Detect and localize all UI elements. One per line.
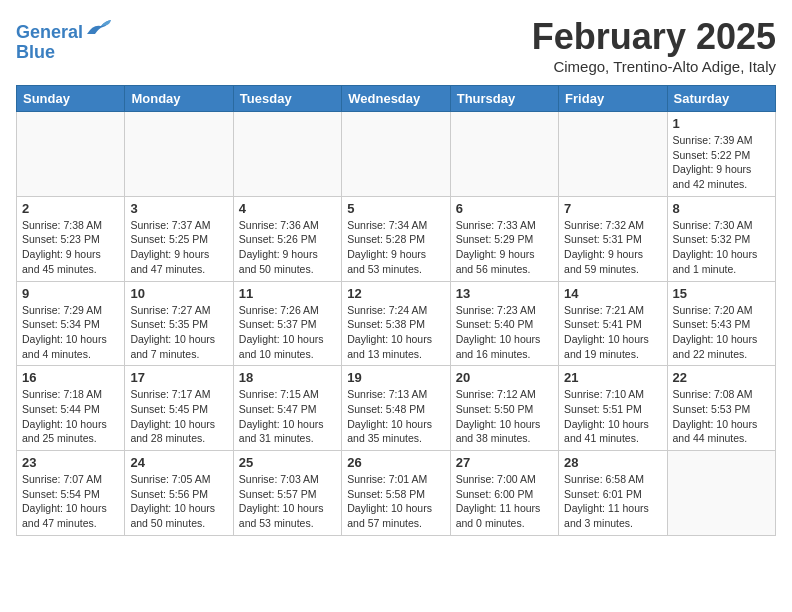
- calendar-cell: 5Sunrise: 7:34 AM Sunset: 5:28 PM Daylig…: [342, 196, 450, 281]
- day-number: 26: [347, 455, 444, 470]
- calendar-cell: 18Sunrise: 7:15 AM Sunset: 5:47 PM Dayli…: [233, 366, 341, 451]
- page-header: General Blue February 2025 Cimego, Trent…: [16, 16, 776, 75]
- calendar-cell: [450, 112, 558, 197]
- logo-line2: Blue: [16, 42, 55, 62]
- calendar-cell: 12Sunrise: 7:24 AM Sunset: 5:38 PM Dayli…: [342, 281, 450, 366]
- day-number: 21: [564, 370, 661, 385]
- day-number: 9: [22, 286, 119, 301]
- calendar-cell: 10Sunrise: 7:27 AM Sunset: 5:35 PM Dayli…: [125, 281, 233, 366]
- calendar-cell: [342, 112, 450, 197]
- calendar-header-wednesday: Wednesday: [342, 86, 450, 112]
- calendar-week-row: 2Sunrise: 7:38 AM Sunset: 5:23 PM Daylig…: [17, 196, 776, 281]
- calendar-cell: 16Sunrise: 7:18 AM Sunset: 5:44 PM Dayli…: [17, 366, 125, 451]
- calendar-cell: 3Sunrise: 7:37 AM Sunset: 5:25 PM Daylig…: [125, 196, 233, 281]
- day-number: 6: [456, 201, 553, 216]
- day-info: Sunrise: 7:32 AM Sunset: 5:31 PM Dayligh…: [564, 218, 661, 277]
- day-info: Sunrise: 7:15 AM Sunset: 5:47 PM Dayligh…: [239, 387, 336, 446]
- calendar-cell: [125, 112, 233, 197]
- day-number: 3: [130, 201, 227, 216]
- logo: General Blue: [16, 16, 113, 63]
- day-info: Sunrise: 7:07 AM Sunset: 5:54 PM Dayligh…: [22, 472, 119, 531]
- calendar-cell: 15Sunrise: 7:20 AM Sunset: 5:43 PM Dayli…: [667, 281, 775, 366]
- calendar-header-monday: Monday: [125, 86, 233, 112]
- calendar-cell: 27Sunrise: 7:00 AM Sunset: 6:00 PM Dayli…: [450, 451, 558, 536]
- day-number: 8: [673, 201, 770, 216]
- day-info: Sunrise: 7:00 AM Sunset: 6:00 PM Dayligh…: [456, 472, 553, 531]
- day-number: 28: [564, 455, 661, 470]
- day-info: Sunrise: 7:18 AM Sunset: 5:44 PM Dayligh…: [22, 387, 119, 446]
- day-number: 13: [456, 286, 553, 301]
- day-number: 7: [564, 201, 661, 216]
- day-info: Sunrise: 7:26 AM Sunset: 5:37 PM Dayligh…: [239, 303, 336, 362]
- logo-line1: General: [16, 22, 83, 42]
- day-number: 27: [456, 455, 553, 470]
- day-info: Sunrise: 7:38 AM Sunset: 5:23 PM Dayligh…: [22, 218, 119, 277]
- calendar-header-friday: Friday: [559, 86, 667, 112]
- calendar-header-saturday: Saturday: [667, 86, 775, 112]
- logo-bird-icon: [85, 16, 113, 38]
- day-info: Sunrise: 7:20 AM Sunset: 5:43 PM Dayligh…: [673, 303, 770, 362]
- calendar-cell: 19Sunrise: 7:13 AM Sunset: 5:48 PM Dayli…: [342, 366, 450, 451]
- calendar-week-row: 1Sunrise: 7:39 AM Sunset: 5:22 PM Daylig…: [17, 112, 776, 197]
- day-info: Sunrise: 7:24 AM Sunset: 5:38 PM Dayligh…: [347, 303, 444, 362]
- day-info: Sunrise: 7:30 AM Sunset: 5:32 PM Dayligh…: [673, 218, 770, 277]
- day-number: 1: [673, 116, 770, 131]
- day-info: Sunrise: 7:12 AM Sunset: 5:50 PM Dayligh…: [456, 387, 553, 446]
- day-info: Sunrise: 7:21 AM Sunset: 5:41 PM Dayligh…: [564, 303, 661, 362]
- day-info: Sunrise: 7:13 AM Sunset: 5:48 PM Dayligh…: [347, 387, 444, 446]
- day-number: 17: [130, 370, 227, 385]
- calendar-week-row: 9Sunrise: 7:29 AM Sunset: 5:34 PM Daylig…: [17, 281, 776, 366]
- calendar-cell: 9Sunrise: 7:29 AM Sunset: 5:34 PM Daylig…: [17, 281, 125, 366]
- day-number: 10: [130, 286, 227, 301]
- calendar-cell: 6Sunrise: 7:33 AM Sunset: 5:29 PM Daylig…: [450, 196, 558, 281]
- day-number: 22: [673, 370, 770, 385]
- calendar-cell: 8Sunrise: 7:30 AM Sunset: 5:32 PM Daylig…: [667, 196, 775, 281]
- title-block: February 2025 Cimego, Trentino-Alto Adig…: [532, 16, 776, 75]
- calendar-header-row: SundayMondayTuesdayWednesdayThursdayFrid…: [17, 86, 776, 112]
- day-number: 4: [239, 201, 336, 216]
- day-number: 2: [22, 201, 119, 216]
- day-number: 12: [347, 286, 444, 301]
- calendar-cell: 11Sunrise: 7:26 AM Sunset: 5:37 PM Dayli…: [233, 281, 341, 366]
- day-number: 5: [347, 201, 444, 216]
- calendar-week-row: 16Sunrise: 7:18 AM Sunset: 5:44 PM Dayli…: [17, 366, 776, 451]
- day-number: 20: [456, 370, 553, 385]
- day-info: Sunrise: 7:23 AM Sunset: 5:40 PM Dayligh…: [456, 303, 553, 362]
- calendar-cell: 14Sunrise: 7:21 AM Sunset: 5:41 PM Dayli…: [559, 281, 667, 366]
- calendar-week-row: 23Sunrise: 7:07 AM Sunset: 5:54 PM Dayli…: [17, 451, 776, 536]
- day-number: 11: [239, 286, 336, 301]
- calendar-header-thursday: Thursday: [450, 86, 558, 112]
- day-info: Sunrise: 7:37 AM Sunset: 5:25 PM Dayligh…: [130, 218, 227, 277]
- day-info: Sunrise: 7:01 AM Sunset: 5:58 PM Dayligh…: [347, 472, 444, 531]
- day-number: 16: [22, 370, 119, 385]
- day-number: 19: [347, 370, 444, 385]
- calendar-cell: 13Sunrise: 7:23 AM Sunset: 5:40 PM Dayli…: [450, 281, 558, 366]
- calendar-cell: [17, 112, 125, 197]
- day-info: Sunrise: 7:05 AM Sunset: 5:56 PM Dayligh…: [130, 472, 227, 531]
- day-number: 23: [22, 455, 119, 470]
- month-title: February 2025: [532, 16, 776, 58]
- day-info: Sunrise: 7:33 AM Sunset: 5:29 PM Dayligh…: [456, 218, 553, 277]
- calendar-header-sunday: Sunday: [17, 86, 125, 112]
- day-info: Sunrise: 7:08 AM Sunset: 5:53 PM Dayligh…: [673, 387, 770, 446]
- calendar-cell: 23Sunrise: 7:07 AM Sunset: 5:54 PM Dayli…: [17, 451, 125, 536]
- calendar-cell: 26Sunrise: 7:01 AM Sunset: 5:58 PM Dayli…: [342, 451, 450, 536]
- calendar-cell: 25Sunrise: 7:03 AM Sunset: 5:57 PM Dayli…: [233, 451, 341, 536]
- day-number: 14: [564, 286, 661, 301]
- calendar-cell: 24Sunrise: 7:05 AM Sunset: 5:56 PM Dayli…: [125, 451, 233, 536]
- day-number: 25: [239, 455, 336, 470]
- day-info: Sunrise: 7:17 AM Sunset: 5:45 PM Dayligh…: [130, 387, 227, 446]
- location-title: Cimego, Trentino-Alto Adige, Italy: [532, 58, 776, 75]
- calendar-cell: [559, 112, 667, 197]
- calendar-cell: 7Sunrise: 7:32 AM Sunset: 5:31 PM Daylig…: [559, 196, 667, 281]
- day-info: Sunrise: 7:36 AM Sunset: 5:26 PM Dayligh…: [239, 218, 336, 277]
- day-info: Sunrise: 7:27 AM Sunset: 5:35 PM Dayligh…: [130, 303, 227, 362]
- day-number: 15: [673, 286, 770, 301]
- calendar-cell: 17Sunrise: 7:17 AM Sunset: 5:45 PM Dayli…: [125, 366, 233, 451]
- day-info: Sunrise: 7:34 AM Sunset: 5:28 PM Dayligh…: [347, 218, 444, 277]
- calendar-cell: 2Sunrise: 7:38 AM Sunset: 5:23 PM Daylig…: [17, 196, 125, 281]
- calendar-cell: 28Sunrise: 6:58 AM Sunset: 6:01 PM Dayli…: [559, 451, 667, 536]
- day-number: 18: [239, 370, 336, 385]
- calendar-cell: 21Sunrise: 7:10 AM Sunset: 5:51 PM Dayli…: [559, 366, 667, 451]
- calendar-header-tuesday: Tuesday: [233, 86, 341, 112]
